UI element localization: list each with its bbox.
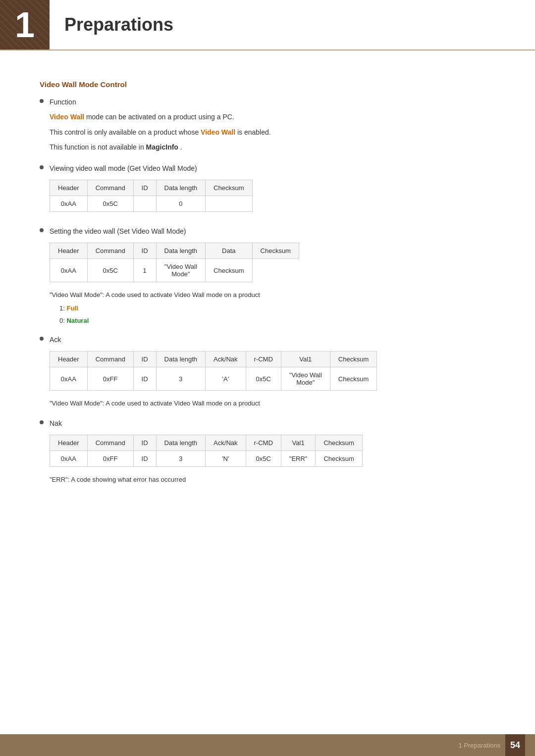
cell-checksum: Checksum [206, 259, 252, 282]
table-setting: Header Command ID Data length Data Check… [50, 243, 495, 282]
col-command: Command [87, 180, 133, 196]
col-data-length: Data length [156, 180, 206, 196]
page-header: 1 Preparations [0, 0, 535, 50]
table-row: 0xAA 0xFF ID 3 'N' 0x5C "ERR" Checksum [50, 451, 363, 467]
cell-ack-nak: 'A' [206, 367, 246, 391]
cell-data-length: 3 [156, 451, 206, 467]
cell-data-length: 0 [156, 196, 206, 211]
cell-id: ID [133, 451, 156, 467]
bullet-dot-2 [40, 165, 44, 169]
cell-data: "Video WallMode" [156, 259, 206, 282]
col-data-length: Data length [156, 352, 206, 367]
col-ack-nak: Ack/Nak [206, 352, 246, 367]
col-ack-nak: Ack/Nak [206, 435, 246, 451]
cell-id [133, 196, 156, 211]
table-row: 0xAA 0x5C 1 "Video WallMode" Checksum [50, 259, 299, 282]
cell-data-length: 3 [156, 367, 206, 391]
cell-header: 0xAA [50, 451, 88, 467]
col-r-cmd: r-CMD [246, 435, 281, 451]
function-desc2: This control is only available on a prod… [50, 127, 495, 138]
magicinfo-highlight: MagicInfo [146, 143, 178, 151]
bullet-ack: Ack Header Command ID Data length Ack/Na… [40, 334, 495, 412]
function-desc3: This function is not available in MagicI… [50, 142, 495, 152]
col-id: ID [133, 243, 156, 259]
cell-header: 0xAA [50, 367, 88, 391]
function-desc1-text: mode can be activated on a product using… [86, 113, 234, 121]
bullet-nak: Nak Header Command ID Data length Ack/Na… [40, 418, 495, 488]
viewing-label: Viewing video wall mode (Get Video Wall … [50, 163, 495, 174]
cell-header: 0xAA [50, 259, 88, 282]
item-1-full: 1: Full [59, 303, 495, 314]
viewing-table: Header Command ID Data length Checksum 0… [50, 180, 253, 212]
bullet-nak-content: Nak Header Command ID Data length Ack/Na… [50, 418, 495, 488]
cell-checksum: Checksum [330, 367, 376, 391]
video-wall-highlight-2: Video Wall [201, 128, 235, 136]
chapter-title: Preparations [50, 0, 188, 50]
footer-page-number: 54 [505, 734, 525, 756]
page-footer: 1 Preparations 54 [0, 734, 535, 756]
bullet-dot-4 [40, 337, 44, 341]
cell-r-cmd: 0x5C [246, 367, 281, 391]
bullet-function-content: Function Video Wall mode can be activate… [50, 97, 495, 157]
cell-checksum: Checksum [316, 451, 362, 467]
bullet-function: Function Video Wall mode can be activate… [40, 97, 495, 157]
col-data: Data [206, 243, 252, 259]
col-data-length: Data length [156, 435, 206, 451]
col-val1: Val1 [281, 352, 330, 367]
ack-table: Header Command ID Data length Ack/Nak r-… [50, 351, 377, 391]
table-ack: Header Command ID Data length Ack/Nak r-… [50, 351, 495, 391]
cell-header: 0xAA [50, 196, 88, 211]
bullet-dot-3 [40, 228, 44, 232]
col-header: Header [50, 243, 88, 259]
table-row: 0xAA 0xFF ID 3 'A' 0x5C "Video WallMode"… [50, 367, 377, 391]
col-id: ID [133, 352, 156, 367]
function-desc3-text-b: . [180, 143, 182, 151]
bullet-dot-5 [40, 420, 44, 424]
function-desc2-text-a: This control is only available on a prod… [50, 128, 201, 136]
col-id: ID [133, 180, 156, 196]
nak-table: Header Command ID Data length Ack/Nak r-… [50, 435, 363, 467]
bullet-ack-content: Ack Header Command ID Data length Ack/Na… [50, 334, 495, 412]
video-wall-highlight-1: Video Wall [50, 113, 84, 121]
ack-desc: "Video Wall Mode": A code used to activa… [50, 399, 495, 409]
cell-command: 0x5C [87, 259, 133, 282]
cell-command: 0xFF [87, 451, 133, 467]
col-checksum: Checksum [252, 243, 299, 259]
nak-label: Nak [50, 418, 495, 429]
setting-table: Header Command ID Data length Data Check… [50, 243, 299, 282]
col-data-length: Data length [156, 243, 206, 259]
footer-text: 1 Preparations [458, 742, 500, 749]
item-0-natural: 0: Natural [59, 316, 495, 326]
col-command: Command [87, 352, 133, 367]
function-label: Function [50, 97, 495, 107]
col-command: Command [87, 243, 133, 259]
col-header: Header [50, 435, 88, 451]
col-checksum: Checksum [330, 352, 376, 367]
cell-val1: "ERR" [281, 451, 316, 467]
col-header: Header [50, 352, 88, 367]
bullet-setting-content: Setting the video wall (Set Video Wall M… [50, 226, 495, 328]
function-desc3-text-a: This function is not available in [50, 143, 146, 151]
cell-command: 0x5C [87, 196, 133, 211]
col-r-cmd: r-CMD [246, 352, 281, 367]
chapter-number: 1 [0, 0, 50, 50]
bullet-viewing: Viewing video wall mode (Get Video Wall … [40, 163, 495, 220]
nak-desc: "ERR": A code showing what error has occ… [50, 475, 495, 485]
bullet-setting: Setting the video wall (Set Video Wall M… [40, 226, 495, 328]
function-desc2-text-b: is enabled. [237, 128, 271, 136]
function-desc1: Video Wall mode can be activated on a pr… [50, 111, 495, 122]
col-val1: Val1 [281, 435, 316, 451]
table-row: 0xAA 0x5C 0 [50, 196, 253, 211]
section-title: Video Wall Mode Control [40, 80, 495, 89]
col-checksum: Checksum [316, 435, 362, 451]
cell-command: 0xFF [87, 367, 133, 391]
cell-data-length: 1 [133, 259, 156, 282]
setting-desc: "Video Wall Mode": A code used to activa… [50, 290, 495, 301]
cell-r-cmd: 0x5C [246, 451, 281, 467]
cell-ack-nak: 'N' [206, 451, 246, 467]
col-id: ID [133, 435, 156, 451]
bullet-viewing-content: Viewing video wall mode (Get Video Wall … [50, 163, 495, 220]
table-nak: Header Command ID Data length Ack/Nak r-… [50, 435, 495, 467]
full-label: Full [66, 304, 78, 312]
ack-label: Ack [50, 334, 495, 345]
